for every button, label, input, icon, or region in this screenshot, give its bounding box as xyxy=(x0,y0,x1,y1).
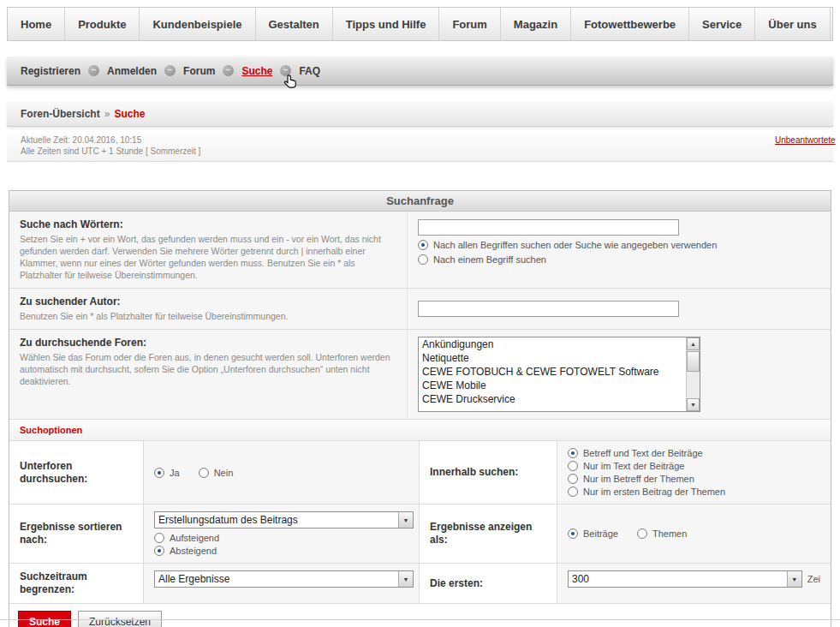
within-option-1[interactable]: Nur im Text der Beiträge xyxy=(568,461,820,471)
chevron-down-icon[interactable]: ▼ xyxy=(787,571,801,587)
breadcrumb: Foren-Übersicht » Suche xyxy=(7,101,833,127)
forum-option[interactable]: CEWE Druckservice xyxy=(419,392,700,406)
forum-option[interactable]: Ankündigungen xyxy=(419,337,700,351)
return-first-select[interactable]: 300 ▼ xyxy=(568,570,802,588)
return-first-cell: 300 ▼ Zei xyxy=(557,564,831,604)
forums-row: Zu durchsuchende Foren: Wählen Sie das F… xyxy=(9,330,831,420)
keywords-option-all[interactable]: Nach allen Begriffen suchen oder Suche w… xyxy=(418,240,820,250)
within-options-cell: Betreff und Text der Beiträge Nur im Tex… xyxy=(557,441,831,505)
radio-subforums-no[interactable] xyxy=(199,468,209,478)
nav-tab-fotowettbewerbe[interactable]: Fotowettbewerbe xyxy=(571,8,689,40)
breadcrumb-separator: » xyxy=(104,108,110,120)
forum-option[interactable]: Netiquette xyxy=(419,351,700,365)
forumnav-anmelden[interactable]: Anmelden xyxy=(107,65,157,77)
author-label-cell: Zu suchender Autor: Benutzen Sie ein * a… xyxy=(9,289,408,329)
scroll-down-icon[interactable]: ▼ xyxy=(687,398,700,411)
nav-bullet-icon: − xyxy=(164,65,176,76)
within-label-cell: Innerhalb suchen: xyxy=(420,441,557,505)
radio-subforums-yes[interactable] xyxy=(154,468,164,478)
keywords-input[interactable] xyxy=(418,219,679,236)
nav-bullet-icon: − xyxy=(88,65,99,76)
sort-label: Ergebnisse sortieren nach: xyxy=(20,521,133,546)
radio-within-text-only[interactable] xyxy=(568,461,578,471)
subforums-nein[interactable]: Nein xyxy=(199,468,234,478)
forums-label: Zu durchsuchende Foren: xyxy=(20,337,396,349)
time-limit-label: Suchzeitraum begrenzen: xyxy=(20,570,133,596)
radio-all-terms[interactable] xyxy=(418,240,428,250)
forums-listbox[interactable]: Ankündigungen Netiquette CEWE FOTOBUCH &… xyxy=(418,337,700,412)
nav-tab-home[interactable]: Home xyxy=(8,8,65,40)
radio-any-term[interactable] xyxy=(418,254,428,265)
within-option-2[interactable]: Nur im Betreff der Themen xyxy=(568,474,820,484)
keywords-option-any[interactable]: Nach einem Begriff suchen xyxy=(418,254,820,265)
forum-option[interactable]: CEWE Mobile xyxy=(419,379,700,392)
chevron-down-icon[interactable]: ▼ xyxy=(398,512,413,528)
time-limit-select[interactable]: Alle Ergebnisse ▼ xyxy=(154,570,414,588)
return-first-suffix: Zei xyxy=(807,574,820,584)
current-time-text: Aktuelle Zeit: 20.04.2016, 10:15 xyxy=(21,134,833,146)
radio-sort-ascending[interactable] xyxy=(154,533,164,543)
search-panel: Suchanfrage Suche nach Wörtern: Setzen S… xyxy=(9,190,831,627)
author-input[interactable] xyxy=(418,301,679,317)
forum-option[interactable]: CEWE FOTOBUCH & CEWE FOTOWELT Software xyxy=(419,365,700,379)
radio-within-title-only[interactable] xyxy=(568,474,578,484)
sort-label-cell: Ergebnisse sortieren nach: xyxy=(9,505,144,564)
radio-display-topics[interactable] xyxy=(637,528,647,539)
nav-tab-ueber-uns[interactable]: Über uns xyxy=(755,8,830,40)
subforums-label-cell: Unterforen durchsuchen: xyxy=(9,441,144,505)
unanswered-link[interactable]: Unbeantwortete xyxy=(775,135,836,145)
subforums-ja[interactable]: Ja xyxy=(154,468,180,478)
chevron-down-icon[interactable]: ▼ xyxy=(398,571,413,587)
display-as-topics[interactable]: Themen xyxy=(637,528,687,539)
breadcrumb-current-suche: Suche xyxy=(114,108,145,120)
radio-within-first-post-label: Nur im ersten Beitrag der Themen xyxy=(583,487,725,497)
nav-tab-produkte[interactable]: Produkte xyxy=(65,8,140,40)
keywords-description: Setzen Sie ein + vor ein Wort, das gefun… xyxy=(20,233,396,281)
radio-within-title-text[interactable] xyxy=(568,448,578,458)
author-label: Zu suchender Autor: xyxy=(20,296,396,308)
top-nav: Home Produkte Kundenbeispiele Gestalten … xyxy=(7,7,833,41)
radio-display-topics-label: Themen xyxy=(652,528,687,539)
nav-tab-forum[interactable]: Forum xyxy=(439,8,500,40)
breadcrumb-forum-overview[interactable]: Foren-Übersicht xyxy=(21,108,100,120)
within-option-3[interactable]: Nur im ersten Beitrag der Themen xyxy=(568,487,820,497)
nav-tab-kundenbeispiele[interactable]: Kundenbeispiele xyxy=(140,8,255,40)
radio-sort-ascending-label: Aufsteigend xyxy=(170,533,219,543)
radio-display-posts[interactable] xyxy=(568,528,578,539)
display-as-posts[interactable]: Beiträge xyxy=(568,528,618,539)
keywords-row: Suche nach Wörtern: Setzen Sie ein + vor… xyxy=(9,212,831,289)
within-label: Innerhalb suchen: xyxy=(430,466,518,479)
sort-desc[interactable]: Absteigend xyxy=(154,546,408,556)
radio-all-terms-label: Nach allen Begriffen suchen oder Suche w… xyxy=(433,240,717,250)
keywords-input-cell: Nach allen Begriffen suchen oder Suche w… xyxy=(408,212,831,288)
listbox-scrollbar[interactable]: ▲ ▼ xyxy=(686,337,700,411)
forumnav-forum[interactable]: Forum xyxy=(183,65,215,77)
mouse-cursor-hand-icon xyxy=(282,74,301,93)
time-limit-select-value: Alle Ergebnisse xyxy=(155,573,229,585)
sort-asc[interactable]: Aufsteigend xyxy=(154,533,408,543)
forumnav-faq[interactable]: FAQ xyxy=(299,65,320,77)
radio-any-term-label: Nach einem Begriff suchen xyxy=(433,254,546,265)
radio-subforums-no-label: Nein xyxy=(214,468,234,478)
nav-tab-tipps-und-hilfe[interactable]: Tipps und Hilfe xyxy=(333,8,440,40)
forums-label-cell: Zu durchsuchende Foren: Wählen Sie das F… xyxy=(9,330,408,419)
panel-title: Suchanfrage xyxy=(9,191,831,212)
forumnav-suche[interactable]: Suche xyxy=(241,65,272,77)
footer-divider xyxy=(0,619,840,620)
radio-sort-descending[interactable] xyxy=(154,546,164,556)
nav-tab-gestalten[interactable]: Gestalten xyxy=(256,8,333,40)
scroll-up-icon[interactable]: ▲ xyxy=(687,337,700,350)
keywords-label: Suche nach Wörtern: xyxy=(20,218,396,230)
sort-select[interactable]: Erstellungsdatum des Beitrags ▼ xyxy=(154,511,414,528)
keywords-label-cell: Suche nach Wörtern: Setzen Sie ein + vor… xyxy=(9,212,408,288)
scrollbar-thumb[interactable] xyxy=(687,351,700,372)
forumnav-registrieren[interactable]: Registrieren xyxy=(21,65,80,77)
display-as-label: Ergebnisse anzeigen als: xyxy=(430,521,546,546)
radio-within-first-post[interactable] xyxy=(568,487,578,497)
return-first-label-cell: Die ersten: xyxy=(420,564,557,604)
within-option-0[interactable]: Betreff und Text der Beiträge xyxy=(568,448,820,458)
nav-tab-service[interactable]: Service xyxy=(689,8,755,40)
nav-tab-magazin[interactable]: Magazin xyxy=(501,8,571,40)
sort-select-value: Erstellungsdatum des Beitrags xyxy=(155,514,298,526)
timezone-text: Alle Zeiten sind UTC + 1 Stunde [ Sommer… xyxy=(21,146,833,157)
